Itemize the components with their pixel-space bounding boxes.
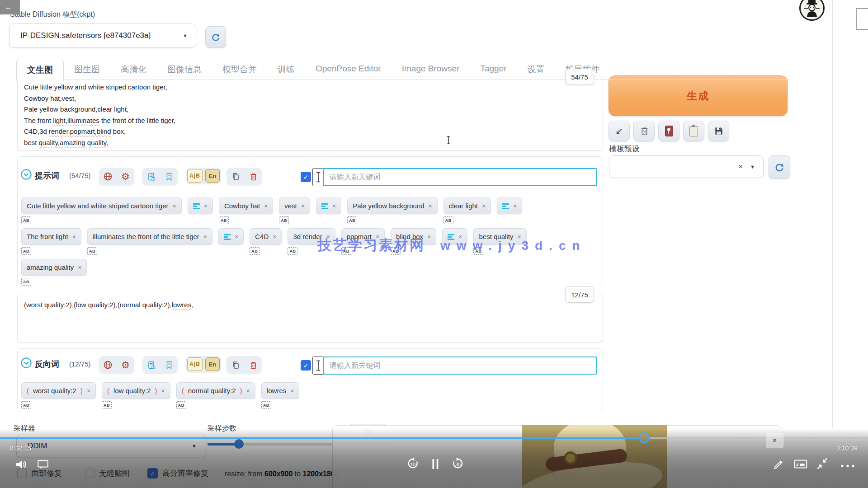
prompt-tag[interactable]: (normal quality:2)×	[176, 382, 255, 399]
save-style-button[interactable]	[708, 121, 729, 141]
text-cursor-toggle-button[interactable]	[312, 357, 324, 375]
translate-ab-icon[interactable]: AB	[288, 247, 297, 255]
gear-settings-button[interactable]: ⚙	[118, 169, 133, 184]
copy-icon[interactable]	[228, 169, 243, 184]
exit-fullscreen-button[interactable]	[816, 457, 829, 472]
translate-ab-icon[interactable]: AB	[279, 216, 289, 224]
tag-remove-icon[interactable]: ×	[517, 233, 521, 240]
translate-ab-icon[interactable]: AB	[21, 247, 31, 255]
video-progress-handle[interactable]	[639, 432, 650, 443]
prompt-tag[interactable]: vest×	[279, 197, 310, 214]
preset-refresh-button[interactable]	[769, 155, 790, 179]
en-translate-button[interactable]: En	[205, 169, 220, 183]
prompt-tag[interactable]: (worst quality:2)×	[21, 382, 96, 399]
video-progress-filled[interactable]	[0, 437, 639, 439]
tag-remove-icon[interactable]: ×	[87, 387, 90, 394]
trash-icon[interactable]	[245, 169, 260, 184]
translate-ab-icon[interactable]: AB	[87, 247, 97, 255]
tag-remove-icon[interactable]: ×	[173, 202, 176, 210]
tag-remove-icon[interactable]: ×	[235, 233, 238, 240]
keyword-enable-checkbox[interactable]: ✓	[301, 172, 311, 182]
translate-ab-icon[interactable]: AB	[443, 216, 453, 224]
preview-close-button[interactable]: ×	[766, 433, 783, 448]
tag-remove-icon[interactable]: ×	[78, 264, 81, 271]
edit-notes-button[interactable]	[773, 458, 785, 472]
video-progress-remaining[interactable]	[650, 437, 868, 439]
steps-slider-handle[interactable]	[234, 439, 244, 449]
tag-remove-icon[interactable]: ×	[427, 233, 431, 240]
prompt-textarea[interactable]: Cute little yellow and white striped car…	[17, 76, 603, 151]
tag-remove-icon[interactable]: ×	[326, 233, 330, 240]
tab-item[interactable]: 文生图	[16, 59, 64, 81]
keyword-enable-checkbox[interactable]: ✓	[301, 360, 311, 371]
globe-translate-button[interactable]	[100, 357, 115, 372]
forward-30-button[interactable]: 30	[451, 457, 465, 473]
translate-ab-icon[interactable]: AB	[21, 278, 31, 286]
linebreak-tag[interactable]: ×	[442, 228, 467, 245]
globe-translate-button[interactable]	[100, 169, 115, 184]
tab-item[interactable]: 训练	[267, 59, 305, 81]
tab-item[interactable]: 图生图	[64, 59, 110, 81]
prompt-tag[interactable]: The front light×	[21, 228, 81, 245]
tab-item[interactable]: 图像信息	[157, 59, 212, 81]
prompt-tag[interactable]: lowres×	[261, 382, 300, 399]
clear-selection-icon[interactable]: ×	[738, 162, 743, 171]
prompt-tag[interactable]: Pale yellow background×	[347, 197, 438, 214]
tag-remove-icon[interactable]: ×	[203, 233, 207, 240]
translate-ab-icon[interactable]: AB	[341, 247, 351, 255]
translate-ab-icon[interactable]: AB	[347, 216, 357, 224]
back-button[interactable]: ←	[0, 0, 20, 14]
template-preset-select[interactable]: × ▼	[609, 155, 764, 178]
model-refresh-button[interactable]	[205, 26, 226, 48]
translate-ab-icon[interactable]: AB	[21, 401, 31, 409]
translate-ab-icon[interactable]: AB	[261, 401, 271, 409]
tag-remove-icon[interactable]: ×	[161, 387, 165, 394]
paste-params-button[interactable]: ↙	[609, 121, 630, 141]
subtitle-cc-button[interactable]	[794, 459, 807, 471]
pause-button[interactable]	[430, 458, 440, 472]
tag-remove-icon[interactable]: ×	[264, 202, 268, 210]
prompt-tag[interactable]: C4D×	[250, 228, 282, 245]
volume-button[interactable]	[15, 459, 28, 472]
tag-remove-icon[interactable]: ×	[429, 202, 432, 210]
prompt-tag[interactable]: (low quality:2)×	[102, 382, 170, 399]
extra-networks-button[interactable]	[658, 121, 679, 141]
tiling-checkbox[interactable]	[85, 469, 94, 478]
more-options-button[interactable]	[840, 462, 855, 470]
tag-remove-icon[interactable]: ×	[332, 202, 336, 210]
negative-textarea[interactable]: (worst quality:2),(low quality:2),(norma…	[17, 294, 603, 343]
prompt-tag[interactable]: Cowboy hat×	[219, 197, 273, 214]
tab-item[interactable]: Image Browser	[392, 59, 470, 81]
translate-ab-icon[interactable]: AB	[219, 216, 229, 224]
prompt-history-button[interactable]	[144, 357, 159, 372]
translate-ab-icon[interactable]: AB	[176, 401, 186, 409]
copy-icon[interactable]	[228, 357, 243, 372]
translate-ab-icon[interactable]: AB	[391, 247, 401, 255]
prompt-history-button[interactable]	[144, 169, 159, 184]
tag-remove-icon[interactable]: ×	[246, 387, 250, 394]
model-select[interactable]: IP-DESIGN.safetensors [e874307e3a] ▼	[9, 23, 196, 48]
translate-ab-icon[interactable]: AB	[473, 247, 483, 255]
tag-remove-icon[interactable]: ×	[204, 202, 208, 210]
tag-remove-icon[interactable]: ×	[273, 233, 276, 240]
tag-remove-icon[interactable]: ×	[290, 387, 294, 394]
translate-ab-icon[interactable]: AB	[250, 247, 259, 255]
translate-ab-icon[interactable]: AB	[21, 216, 31, 224]
text-cursor-toggle-button[interactable]	[312, 168, 324, 186]
subtitle-panel-button[interactable]	[37, 459, 49, 472]
collapse-chevron-icon[interactable]	[20, 169, 32, 182]
tab-item[interactable]: Tagger	[470, 59, 517, 81]
prompt-tag[interactable]: blind box×	[391, 228, 436, 245]
tag-remove-icon[interactable]: ×	[376, 233, 379, 240]
tag-remove-icon[interactable]: ×	[72, 233, 76, 240]
prompt-tag[interactable]: amazing quality×	[21, 259, 87, 276]
prompt-tag[interactable]: popmart×	[341, 228, 385, 245]
new-keyword-input[interactable]	[323, 168, 597, 186]
collapse-chevron-icon[interactable]	[20, 357, 32, 371]
tag-remove-icon[interactable]: ×	[482, 202, 486, 210]
apply-style-button[interactable]	[683, 121, 704, 141]
clear-prompt-button[interactable]	[633, 121, 655, 141]
new-keyword-input[interactable]	[323, 357, 597, 375]
tag-remove-icon[interactable]: ×	[458, 233, 462, 240]
tag-remove-icon[interactable]: ×	[301, 202, 305, 210]
